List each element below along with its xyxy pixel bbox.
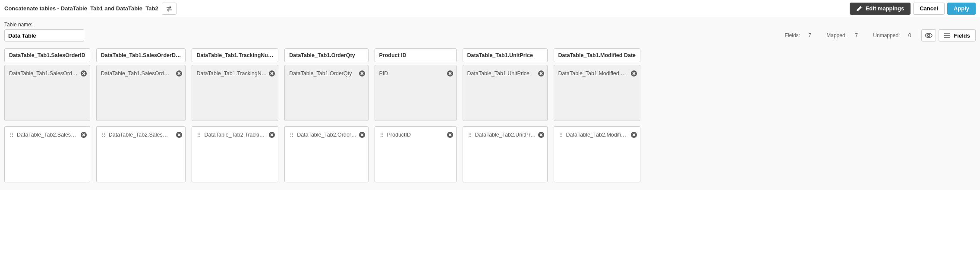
fields-stat: Fields: 7 [781, 32, 816, 38]
toolbar-row: Fields: 7 Mapped: 7 Unmapped: 0 Fields [4, 29, 976, 41]
field-row[interactable]: PID [375, 65, 456, 82]
column: DataTable_Tab1.SalesOrderD…DataTable_Tab… [96, 48, 186, 182]
svg-point-53 [560, 133, 561, 134]
remove-icon[interactable] [538, 70, 545, 77]
remove-icon[interactable] [268, 70, 275, 77]
remove-icon[interactable] [359, 131, 366, 138]
tablename-input[interactable] [4, 29, 84, 41]
field-name: DataTable_Tab2.Sales… [109, 132, 174, 138]
source-box-top[interactable]: DataTable_Tab1.OrderQty [284, 65, 368, 121]
field-row[interactable]: DataTable_Tab1.Modified … [554, 65, 640, 82]
svg-point-10 [12, 136, 13, 137]
source-box-top[interactable]: PID [375, 65, 457, 121]
svg-point-22 [199, 133, 200, 134]
drag-handle[interactable] [467, 132, 473, 137]
svg-point-41 [381, 136, 381, 137]
field-name: DataTable_Tab2.UnitPr… [475, 132, 536, 138]
list-icon [944, 33, 950, 38]
edit-mappings-button[interactable]: Edit mappings [850, 3, 911, 15]
svg-point-57 [560, 136, 561, 137]
remove-icon[interactable] [80, 70, 87, 77]
source-box-bottom[interactable]: DataTable_Tab2.Modifi… [554, 126, 640, 182]
drag-handle[interactable] [379, 132, 384, 137]
remove-icon[interactable] [630, 70, 637, 77]
field-row[interactable]: DataTable_Tab2.Modifi… [554, 127, 640, 143]
visibility-toggle-button[interactable] [921, 29, 936, 41]
remove-icon[interactable] [176, 131, 183, 138]
page-title: Concatenate tables - DataTable_Tab1 and … [4, 5, 158, 12]
source-box-bottom[interactable]: DataTable_Tab2.Sales… [96, 126, 186, 182]
source-box-top[interactable]: DataTable_Tab1.Modified … [554, 65, 640, 121]
field-row[interactable]: DataTable_Tab2.Tracki… [192, 127, 278, 143]
remove-icon[interactable] [538, 131, 545, 138]
remove-icon[interactable] [268, 131, 275, 138]
column: DataTable_Tab1.OrderQtyDataTable_Tab1.Or… [284, 48, 368, 182]
field-name: DataTable_Tab1.OrderQty [289, 70, 356, 76]
source-box-top[interactable]: DataTable_Tab1.SalesOrd… [96, 65, 186, 121]
field-name: DataTable_Tab1.TrackingN… [196, 70, 267, 76]
remove-icon[interactable] [176, 70, 183, 77]
svg-point-54 [561, 133, 562, 134]
remove-icon[interactable] [359, 70, 366, 77]
drag-handle[interactable] [9, 132, 14, 137]
source-box-bottom[interactable]: DataTable_Tab2.UnitPr… [463, 126, 548, 182]
svg-point-26 [199, 136, 200, 137]
apply-button[interactable]: Apply [947, 3, 976, 15]
column: DataTable_Tab1.SalesOrderIDDataTable_Tab… [4, 48, 90, 182]
drag-handle[interactable] [196, 132, 202, 137]
column-header[interactable]: DataTable_Tab1.SalesOrderID [4, 48, 90, 62]
drag-handle[interactable] [289, 132, 294, 137]
svg-point-56 [561, 134, 562, 135]
drag-handle[interactable] [558, 132, 564, 137]
cancel-button[interactable]: Cancel [913, 3, 945, 15]
fields-button[interactable]: Fields [939, 29, 976, 41]
tablename-label: Table name: [4, 22, 976, 28]
svg-point-34 [292, 136, 293, 137]
field-row[interactable]: DataTable_Tab1.OrderQty [285, 65, 368, 82]
field-row[interactable]: DataTable_Tab2.Order… [285, 127, 368, 143]
remove-icon[interactable] [447, 131, 454, 138]
field-name: DataTable_Tab1.Modified … [558, 70, 629, 76]
field-name: DataTable_Tab2.Sales… [17, 132, 79, 138]
remove-icon[interactable] [80, 131, 87, 138]
column-header[interactable]: DataTable_Tab1.SalesOrderD… [96, 48, 186, 62]
source-box-bottom[interactable]: DataTable_Tab2.Sales… [4, 126, 90, 182]
field-row[interactable]: DataTable_Tab1.SalesOrd… [5, 65, 90, 82]
field-row[interactable]: DataTable_Tab1.SalesOrd… [97, 65, 186, 82]
svg-point-13 [102, 133, 103, 134]
svg-point-17 [102, 136, 103, 137]
svg-point-24 [199, 134, 200, 135]
column-header[interactable]: DataTable_Tab1.Modified Date [554, 48, 640, 62]
column-header[interactable]: DataTable_Tab1.UnitPrice [463, 48, 548, 62]
svg-point-38 [382, 133, 383, 134]
header-bar: Concatenate tables - DataTable_Tab1 and … [0, 0, 980, 17]
drag-handle[interactable] [101, 132, 106, 137]
column-header[interactable]: DataTable_Tab1.OrderQty [284, 48, 368, 62]
column-header[interactable]: DataTable_Tab1.TrackingNu… [192, 48, 278, 62]
svg-point-0 [928, 35, 930, 37]
apply-label: Apply [954, 5, 969, 12]
column-header-label: DataTable_Tab1.SalesOrderID [9, 52, 85, 58]
field-row[interactable]: DataTable_Tab2.Sales… [5, 127, 90, 143]
column-header-label: DataTable_Tab1.OrderQty [289, 52, 355, 58]
field-name: DataTable_Tab1.UnitPrice [467, 70, 536, 76]
drag-handle-icon [10, 132, 13, 137]
field-row[interactable]: ProductID [375, 127, 456, 143]
column-header[interactable]: Product ID [375, 48, 457, 62]
source-box-bottom[interactable]: ProductID [375, 126, 457, 182]
source-box-bottom[interactable]: DataTable_Tab2.Order… [284, 126, 368, 182]
swap-button[interactable] [162, 3, 176, 15]
field-row[interactable]: DataTable_Tab1.TrackingN… [192, 65, 278, 82]
source-box-top[interactable]: DataTable_Tab1.SalesOrd… [4, 65, 90, 121]
column-header-label: Product ID [379, 52, 406, 58]
remove-icon[interactable] [630, 131, 637, 138]
source-box-top[interactable]: DataTable_Tab1.UnitPrice [463, 65, 548, 121]
source-box-bottom[interactable]: DataTable_Tab2.Tracki… [192, 126, 278, 182]
source-box-top[interactable]: DataTable_Tab1.TrackingN… [192, 65, 278, 121]
svg-point-14 [104, 133, 105, 134]
field-row[interactable]: DataTable_Tab1.UnitPrice [463, 65, 547, 82]
field-row[interactable]: DataTable_Tab2.UnitPr… [463, 127, 547, 143]
field-row[interactable]: DataTable_Tab2.Sales… [97, 127, 186, 143]
svg-point-47 [469, 134, 470, 135]
remove-icon[interactable] [447, 70, 454, 77]
